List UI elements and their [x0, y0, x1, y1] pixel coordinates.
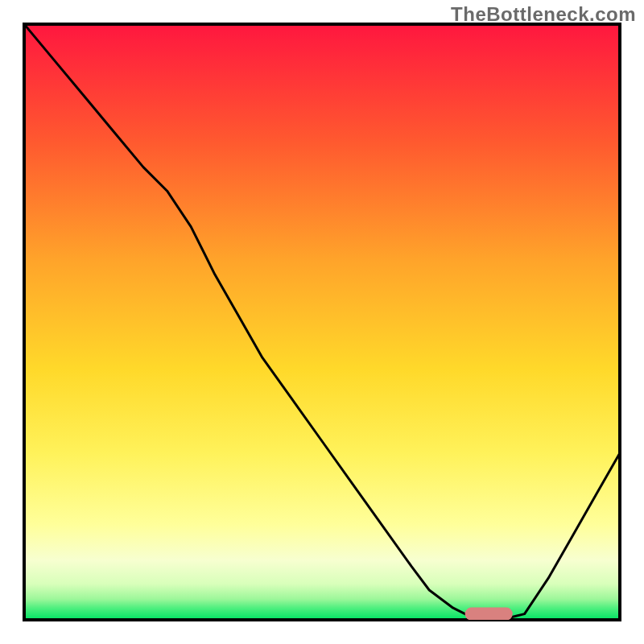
gradient-background [24, 24, 620, 620]
chart-stage: TheBottleneck.com [0, 0, 644, 644]
recommended-range-marker [465, 608, 513, 621]
bottleneck-chart [0, 0, 644, 644]
watermark-label: TheBottleneck.com [451, 3, 636, 26]
